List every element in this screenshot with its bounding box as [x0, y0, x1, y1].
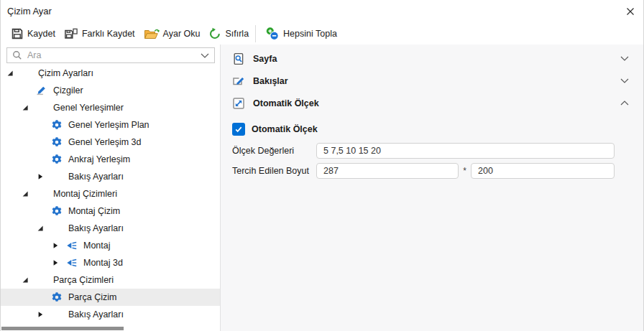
tree-item-label: Genel Yerleşimler [53, 103, 124, 113]
open-folder-icon [144, 27, 160, 40]
tree-item-genel-yerlesim-plan[interactable]: Genel Yerleşim Plan [1, 116, 220, 134]
tree-item-label: Parça Çizim [68, 292, 116, 302]
collapse-all-button[interactable]: Hepsini Topla [261, 24, 341, 43]
save-as-icon [64, 27, 78, 40]
gear-icon [51, 205, 68, 217]
reset-label: Sıfırla [225, 29, 249, 39]
chevron-up-icon [620, 101, 629, 106]
chevron-down-icon [620, 78, 629, 83]
horizontal-scrollbar-thumb[interactable] [1, 327, 124, 330]
tree-item-label: Çizim Ayarları [38, 68, 93, 78]
auto-scale-checkbox[interactable] [232, 123, 245, 136]
tree-item-label: Montaj [83, 241, 111, 251]
collapse-arrow-icon[interactable] [52, 242, 66, 249]
auto-scale-panel: Otomatik Ölçek Ölçek Değerleri Tercih Ed… [232, 120, 643, 179]
scale-values-input[interactable] [316, 143, 615, 159]
tree-item-genel-yerlesim-3d[interactable]: Genel Yerleşim 3d [1, 134, 220, 151]
tree-item-label: Montaj Çizim [68, 206, 120, 216]
close-icon [626, 7, 635, 16]
expand-arrow-icon[interactable] [22, 104, 36, 111]
section-header-otomatik-olcek[interactable]: Otomatik Ölçek [232, 92, 643, 114]
scale-values-label: Ölçek Değerleri [232, 146, 316, 156]
search-box[interactable] [6, 47, 215, 63]
tree-item-bakis-ayarlari-1[interactable]: Bakış Ayarları [1, 168, 220, 185]
tree-item-label: Çizgiler [53, 85, 83, 95]
drawing-settings-dialog: Çizim Ayar Kaydet Farklı Kaydet Ayar Oku… [0, 0, 644, 331]
section-label: Sayfa [253, 54, 277, 64]
expand-arrow-icon[interactable] [22, 276, 36, 284]
tree-item-genel-yerlesimler[interactable]: Genel Yerleşimler [1, 99, 220, 116]
checkmark-icon [234, 125, 243, 134]
collapse-all-label: Hepsini Topla [283, 29, 337, 39]
tree-item-montaj[interactable]: Montaj [1, 237, 220, 254]
toolbar-separator [255, 25, 256, 42]
read-settings-label: Ayar Oku [163, 29, 201, 39]
section-label: Otomatik Ölçek [253, 98, 319, 108]
chevron-down-icon [620, 56, 629, 61]
gear-icon [51, 292, 68, 303]
save-button[interactable]: Kaydet [6, 25, 60, 42]
tree-item-bakis-ayarlari-3[interactable]: Bakış Ayarları [1, 306, 220, 323]
settings-tree: Çizim Ayarları Çizgiler Genel Yerleşimle… [1, 65, 220, 323]
search-icon [12, 50, 22, 60]
tree-item-label: Parça Çizimleri [53, 275, 114, 285]
tree-item-label: Ankraj Yerleşim [68, 154, 130, 164]
preferred-width-input[interactable] [316, 163, 459, 179]
tree-item-parca-cizimleri[interactable]: Parça Çizimleri [1, 271, 220, 289]
auto-scale-icon [232, 97, 245, 110]
read-settings-button[interactable]: Ayar Oku [139, 25, 205, 42]
tree-item-cizgiler[interactable]: Çizgiler [1, 82, 220, 99]
page-icon [232, 52, 245, 65]
size-separator: * [459, 166, 471, 176]
expand-arrow-icon[interactable] [6, 70, 21, 77]
collapse-arrow-icon[interactable] [52, 259, 66, 266]
save-as-button[interactable]: Farklı Kaydet [60, 25, 139, 42]
view-icon [66, 257, 83, 269]
tree-item-bakis-ayarlari-2[interactable]: Bakış Ayarları [1, 220, 220, 237]
tree-item-label: Genel Yerleşim 3d [68, 137, 141, 147]
gear-icon [51, 136, 68, 148]
tree-item-cizim-ayarlari[interactable]: Çizim Ayarları [1, 65, 220, 82]
toolbar: Kaydet Farklı Kaydet Ayar Oku Sıfırla He… [1, 22, 643, 45]
tree-item-label: Bakış Ayarları [68, 309, 124, 320]
title-bar: Çizim Ayar [1, 0, 643, 22]
reset-icon [208, 27, 221, 40]
collapse-arrow-icon[interactable] [37, 173, 51, 180]
preferred-size-label: Tercih Edilen Boyut [232, 166, 316, 176]
tree-item-montaj-3d[interactable]: Montaj 3d [1, 254, 220, 271]
tree-item-label: Bakış Ayarları [68, 172, 124, 182]
search-chevron-down-icon[interactable] [201, 53, 209, 58]
save-icon [11, 27, 24, 40]
section-label: Bakışlar [253, 76, 288, 86]
expand-arrow-icon[interactable] [37, 225, 51, 232]
collapse-all-icon [265, 27, 280, 41]
tree-item-label: Montaj 3d [83, 258, 123, 268]
gear-icon [51, 119, 68, 131]
search-input[interactable] [27, 50, 201, 60]
tree-item-parca-cizim-selected[interactable]: Parça Çizim [1, 289, 220, 306]
section-header-sayfa[interactable]: Sayfa [232, 47, 643, 70]
settings-tree-panel: Çizim Ayarları Çizgiler Genel Yerleşimle… [1, 45, 221, 331]
reset-button[interactable]: Sıfırla [204, 25, 253, 42]
view-icon [66, 240, 83, 251]
tree-item-label: Bakış Ayarları [68, 223, 124, 233]
tree-item-montaj-cizim[interactable]: Montaj Çizim [1, 202, 220, 220]
dialog-title: Çizim Ayar [7, 6, 52, 17]
tree-item-label: Genel Yerleşim Plan [68, 120, 150, 130]
expand-arrow-icon[interactable] [22, 190, 36, 197]
auto-scale-checkbox-label: Otomatik Ölçek [252, 124, 318, 134]
collapse-arrow-icon[interactable] [37, 311, 51, 318]
section-header-bakislar[interactable]: Bakışlar [232, 70, 643, 92]
tree-item-ankraj-yerlesim[interactable]: Ankraj Yerleşim [1, 151, 220, 168]
views-edit-icon [232, 75, 245, 88]
tree-item-montaj-cizimleri[interactable]: Montaj Çizimleri [1, 185, 220, 202]
pencil-line-icon [36, 85, 53, 96]
save-as-label: Farklı Kaydet [82, 29, 135, 39]
save-label: Kaydet [27, 29, 55, 39]
gear-icon [51, 154, 68, 165]
main-area: Çizim Ayarları Çizgiler Genel Yerleşimle… [1, 45, 643, 331]
settings-detail-panel: Sayfa Bakışlar Otomatik Ölçek Otomatik Ö [221, 45, 643, 331]
tree-item-label: Montaj Çizimleri [53, 189, 117, 199]
close-button[interactable] [622, 3, 639, 20]
preferred-height-input[interactable] [471, 163, 615, 179]
